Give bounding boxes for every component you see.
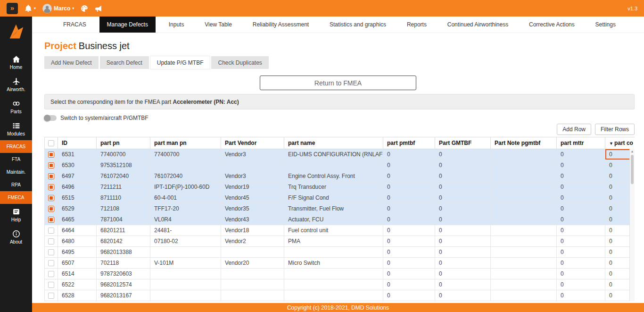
- cell-part_man_pn[interactable]: VL0R4: [150, 214, 221, 225]
- cell-id[interactable]: 6495: [58, 247, 97, 258]
- cell-part_vendor[interactable]: Vendor19: [221, 182, 284, 193]
- cell-part_vendor[interactable]: [221, 290, 284, 301]
- subtab-add-new-defect[interactable]: Add New Defect: [44, 56, 99, 69]
- sidebar-item-parts[interactable]: Parts: [0, 96, 32, 118]
- cell-part_gmtbf[interactable]: 0: [435, 171, 491, 182]
- select-all-checkbox[interactable]: [48, 140, 54, 146]
- cell-id[interactable]: 6522: [58, 279, 97, 290]
- cell-part_note_pgmtbf[interactable]: [491, 290, 557, 301]
- cell-part_mttr[interactable]: 0: [557, 214, 605, 225]
- table-row[interactable]: 65317740070077400700Vendor3EID-UMS CONFI…: [45, 149, 635, 160]
- cell-part_name[interactable]: Micro Switch: [284, 258, 383, 269]
- cell-part_pn[interactable]: 7211211: [97, 182, 150, 193]
- scroll-up-icon[interactable]: ▲: [630, 149, 635, 154]
- cell-part_note_pgmtbf[interactable]: [491, 160, 557, 171]
- column-header-part_co[interactable]: ▼part co: [605, 137, 635, 149]
- cell-part_mttr[interactable]: 0: [557, 203, 605, 214]
- table-row[interactable]: 6497761072040761072040Vendor3Engine Cont…: [45, 171, 635, 182]
- table-row[interactable]: 652296820125740000: [45, 279, 635, 290]
- cell-part_man_pn[interactable]: [150, 269, 221, 279]
- table-row[interactable]: 652896820131670000: [45, 290, 635, 301]
- cell-part_man_pn[interactable]: 77400700: [150, 149, 221, 160]
- cell-part_man_pn[interactable]: [150, 247, 221, 258]
- cell-part_gmtbf[interactable]: 0: [435, 149, 491, 160]
- tab-continued-airworthiness[interactable]: Continued Airworthiness: [440, 17, 516, 33]
- cell-id[interactable]: 6465: [58, 214, 97, 225]
- cell-part_vendor[interactable]: Vendor3: [221, 149, 284, 160]
- cell-part_vendor[interactable]: Vendor35: [221, 203, 284, 214]
- cell-part_name[interactable]: Actuator, FCU: [284, 214, 383, 225]
- column-header-part_pmtbf[interactable]: part pmtbf: [383, 137, 435, 149]
- robin-logo-icon[interactable]: [6, 22, 26, 44]
- cell-id[interactable]: 6528: [58, 290, 97, 301]
- sidebar-collapse-button[interactable]: »: [7, 3, 18, 14]
- row-checkbox-cell[interactable]: [45, 247, 58, 258]
- cell-part_vendor[interactable]: [221, 160, 284, 171]
- cell-id[interactable]: 6464: [58, 225, 97, 236]
- cell-part_mttr[interactable]: 0: [557, 193, 605, 203]
- subtab-update-p-g-mtbf[interactable]: Update P/G MTBF: [150, 56, 210, 69]
- row-checkbox[interactable]: [48, 152, 54, 158]
- cell-part_mttr[interactable]: 0: [557, 279, 605, 290]
- cell-part_gmtbf[interactable]: 0: [435, 258, 491, 269]
- row-checkbox[interactable]: [48, 238, 54, 245]
- row-checkbox-cell[interactable]: [45, 193, 58, 203]
- cell-part_pmtbf[interactable]: 0: [383, 269, 435, 279]
- cell-part_name[interactable]: [284, 269, 383, 279]
- sidebar-item-about[interactable]: About: [0, 226, 32, 248]
- sidebar-item-modules[interactable]: Modules: [0, 118, 32, 140]
- cell-id[interactable]: 6529: [58, 203, 97, 214]
- cell-part_vendor[interactable]: Vendor45: [221, 193, 284, 203]
- row-checkbox-cell[interactable]: [45, 290, 58, 301]
- cell-part_pn[interactable]: 9753512108: [97, 160, 150, 171]
- column-header-part_name[interactable]: part name: [284, 137, 383, 149]
- cell-part_gmtbf[interactable]: 0: [435, 193, 491, 203]
- cell-part_man_pn[interactable]: [150, 160, 221, 171]
- cell-part_name[interactable]: [284, 160, 383, 171]
- row-checkbox[interactable]: [48, 271, 54, 277]
- row-checkbox[interactable]: [48, 162, 54, 169]
- sidebar-item-fta[interactable]: FTA: [0, 153, 32, 166]
- row-checkbox-cell[interactable]: [45, 236, 58, 247]
- cell-part_name[interactable]: [284, 279, 383, 290]
- cell-part_gmtbf[interactable]: 0: [435, 160, 491, 171]
- cell-part_mttr[interactable]: 0: [557, 247, 605, 258]
- row-checkbox[interactable]: [48, 282, 54, 288]
- table-row[interactable]: 6529712108TFF17-20Vendor35Transmitter, F…: [45, 203, 635, 214]
- cell-part_vendor[interactable]: Vendor20: [221, 258, 284, 269]
- user-menu[interactable]: Marco ▾: [42, 4, 74, 13]
- table-row[interactable]: 651497873206030000: [45, 269, 635, 279]
- cell-part_pmtbf[interactable]: 0: [383, 203, 435, 214]
- row-checkbox[interactable]: [48, 293, 54, 299]
- column-header-part_man_pn[interactable]: part man pn: [150, 137, 221, 149]
- cell-part_note_pgmtbf[interactable]: [491, 203, 557, 214]
- sidebar-item-fracas[interactable]: FRACAS: [0, 140, 32, 153]
- cell-part_pn[interactable]: 9682013388: [97, 247, 150, 258]
- cell-part_vendor[interactable]: Vendor18: [221, 225, 284, 236]
- cell-part_gmtbf[interactable]: 0: [435, 247, 491, 258]
- cell-part_name[interactable]: Fuel control unit: [284, 225, 383, 236]
- row-checkbox-cell[interactable]: [45, 269, 58, 279]
- table-scrollbar[interactable]: ▲: [629, 149, 635, 301]
- cell-part_pmtbf[interactable]: 0: [383, 149, 435, 160]
- cell-id[interactable]: 6496: [58, 182, 97, 193]
- cell-id[interactable]: 6530: [58, 160, 97, 171]
- tab-settings[interactable]: Settings: [588, 17, 623, 33]
- cell-part_pmtbf[interactable]: 0: [383, 279, 435, 290]
- row-checkbox-cell[interactable]: [45, 225, 58, 236]
- tab-inputs[interactable]: Inputs: [161, 17, 192, 33]
- cell-part_pn[interactable]: 9682013167: [97, 290, 150, 301]
- cell-part_note_pgmtbf[interactable]: [491, 225, 557, 236]
- sidebar-item-fmeca[interactable]: FMECA: [0, 191, 32, 204]
- cell-id[interactable]: 6507: [58, 258, 97, 269]
- cell-part_name[interactable]: [284, 247, 383, 258]
- cell-part_pn[interactable]: 6820142: [97, 236, 150, 247]
- cell-part_gmtbf[interactable]: 0: [435, 203, 491, 214]
- cell-part_gmtbf[interactable]: 0: [435, 279, 491, 290]
- cell-part_name[interactable]: F/F Signal Cond: [284, 193, 383, 203]
- scrollbar-thumb[interactable]: [631, 155, 634, 184]
- sidebar-item-maintain[interactable]: Maintain.: [0, 166, 32, 178]
- column-header-id[interactable]: ID: [58, 137, 97, 149]
- cell-part_pn[interactable]: 8711110: [97, 193, 150, 203]
- row-checkbox-cell[interactable]: [45, 182, 58, 193]
